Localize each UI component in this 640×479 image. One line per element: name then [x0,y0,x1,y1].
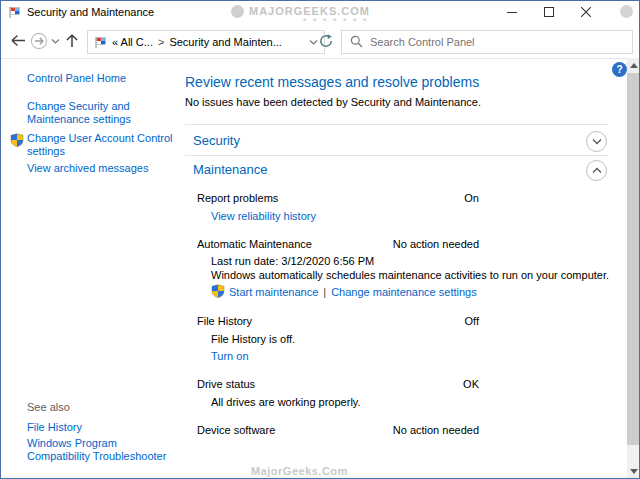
scrollbar-thumb[interactable] [627,73,640,445]
maintenance-collapse-button[interactable] [586,160,607,181]
device-software-label: Device software [197,424,275,436]
scroll-up-button[interactable] [627,58,640,73]
minimize-button[interactable] [493,1,530,23]
search-icon [350,35,363,50]
security-and-maintenance-window: Security and Maintenance MAJORGEEKS.COM … [0,0,640,479]
security-section-header[interactable]: Security [193,133,240,148]
search-box [341,30,633,54]
file-history-detail: File History is off. [211,333,295,345]
maintenance-links-row: Start maintenance | Change maintenance s… [229,286,477,298]
sidebar-item-program-compatibility-troubleshooter[interactable]: Windows Program Compatibility Troublesho… [27,437,179,463]
up-button[interactable] [64,33,80,48]
title-bar: Security and Maintenance MAJORGEEKS.COM … [1,1,639,24]
uac-shield-icon [211,284,225,298]
navigation-toolbar: « All C... > Security and Mainten... [1,24,639,59]
drive-status-value: OK [341,378,479,390]
window-title: Security and Maintenance [27,6,154,18]
security-flag-icon [8,6,21,19]
automatic-maintenance-label: Automatic Maintenance [197,238,312,250]
chevron-up-icon [592,167,602,174]
majorgeeks-watermark-bottom: MajorGeeks.Com [251,465,348,477]
breadcrumb-current-item[interactable]: Security and Mainten... [169,36,282,48]
file-history-value: Off [341,315,479,327]
status-message: No issues have been detected by Security… [185,96,481,108]
chevron-down-icon [592,138,602,145]
address-bar[interactable]: « All C... > Security and Mainten... [87,30,325,54]
scroll-up-icon [630,63,638,68]
turn-on-link[interactable]: Turn on [211,350,249,362]
sidebar-item-view-archived-messages[interactable]: View archived messages [27,162,179,175]
drive-status-label: Drive status [197,378,255,390]
breadcrumb-overflow-item[interactable]: « All C... [112,36,153,48]
link-divider: | [323,286,326,298]
change-maintenance-settings-link[interactable]: Change maintenance settings [331,286,477,298]
sidebar-item-control-panel-home[interactable]: Control Panel Home [27,72,179,85]
forward-button[interactable] [30,32,48,50]
back-button[interactable] [9,33,26,48]
refresh-button[interactable] [315,30,337,52]
uac-shield-icon [10,133,24,147]
file-history-label: File History [197,315,252,327]
section-divider [185,155,608,156]
search-input[interactable] [368,31,630,53]
view-reliability-history-link[interactable]: View reliability history [211,210,316,222]
sidebar-item-change-uac-settings[interactable]: Change User Account Control settings [27,132,179,158]
help-button[interactable]: ? [612,62,627,77]
majorgeeks-corner-logo-icon [620,5,633,18]
report-problems-value: On [341,192,479,204]
close-button[interactable] [567,1,604,23]
vertical-scrollbar[interactable] [627,58,640,479]
recent-locations-button[interactable] [51,38,60,45]
maximize-button[interactable] [530,1,567,23]
breadcrumb-separator: > [158,36,164,48]
sidebar-item-file-history[interactable]: File History [27,421,179,434]
see-also-heading: See also [27,401,70,413]
maintenance-section-header[interactable]: Maintenance [193,162,267,177]
start-maintenance-link[interactable]: Start maintenance [229,286,318,298]
scroll-down-icon [630,469,638,474]
drive-status-detail: All drives are working properly. [211,396,361,408]
breadcrumb-flag-icon [94,36,107,49]
sidebar-item-change-security-maintenance-settings[interactable]: Change Security and Maintenance settings [27,100,179,126]
scroll-down-button[interactable] [627,464,640,479]
maintenance-description-text: Windows automatically schedules maintena… [211,269,609,281]
section-divider [185,124,608,125]
device-software-value: No action needed [341,424,479,436]
last-run-date-text: Last run date: 3/12/2020 6:56 PM [211,255,374,267]
security-expand-button[interactable] [586,131,607,152]
report-problems-label: Report problems [197,192,278,204]
page-title: Review recent messages and resolve probl… [185,74,479,90]
automatic-maintenance-value: No action needed [341,238,479,250]
majorgeeks-logo-icon [231,5,244,18]
